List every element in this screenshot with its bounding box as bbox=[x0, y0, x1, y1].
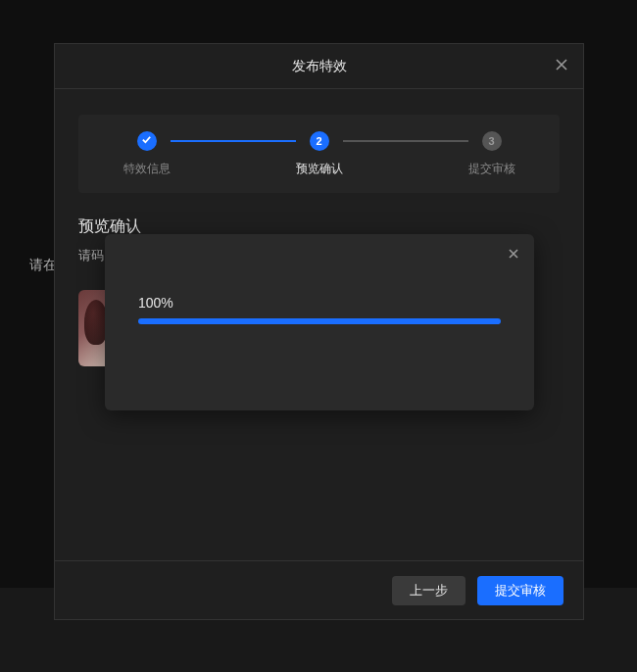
step-2: 2 预览确认 bbox=[296, 131, 343, 177]
background-partial-text: 请在 bbox=[29, 257, 57, 274]
stepper: 特效信息 2 预览确认 3 提交审核 bbox=[123, 131, 515, 177]
step-1: 特效信息 bbox=[123, 131, 171, 177]
step-2-circle: 2 bbox=[310, 131, 329, 151]
step-line-2-3 bbox=[343, 140, 468, 142]
submit-button[interactable]: 提交审核 bbox=[477, 576, 564, 605]
progress-close-button[interactable] bbox=[505, 246, 522, 264]
prev-button[interactable]: 上一步 bbox=[392, 576, 466, 605]
progress-dialog: 100% bbox=[105, 234, 534, 410]
step-2-label: 预览确认 bbox=[296, 161, 343, 177]
step-1-circle bbox=[137, 131, 157, 151]
step-3-label: 提交审核 bbox=[468, 161, 515, 177]
step-1-label: 特效信息 bbox=[123, 161, 171, 177]
check-icon bbox=[141, 134, 152, 147]
dialog-header: 发布特效 bbox=[55, 44, 583, 89]
close-button[interactable] bbox=[552, 57, 571, 76]
dialog-footer: 上一步 提交审核 bbox=[55, 560, 583, 619]
step-3-circle: 3 bbox=[482, 131, 502, 151]
step-3: 3 提交审核 bbox=[468, 131, 515, 177]
dialog-title: 发布特效 bbox=[292, 58, 347, 75]
progress-percent-label: 100% bbox=[138, 295, 518, 311]
step-2-number: 2 bbox=[316, 135, 321, 147]
stepper-container: 特效信息 2 预览确认 3 提交审核 bbox=[78, 115, 560, 193]
step-3-number: 3 bbox=[488, 135, 494, 147]
step-line-1-2 bbox=[171, 140, 296, 142]
close-icon bbox=[508, 246, 519, 264]
close-icon bbox=[555, 58, 568, 74]
progress-bar-track bbox=[138, 318, 501, 324]
progress-bar-fill bbox=[138, 318, 501, 324]
